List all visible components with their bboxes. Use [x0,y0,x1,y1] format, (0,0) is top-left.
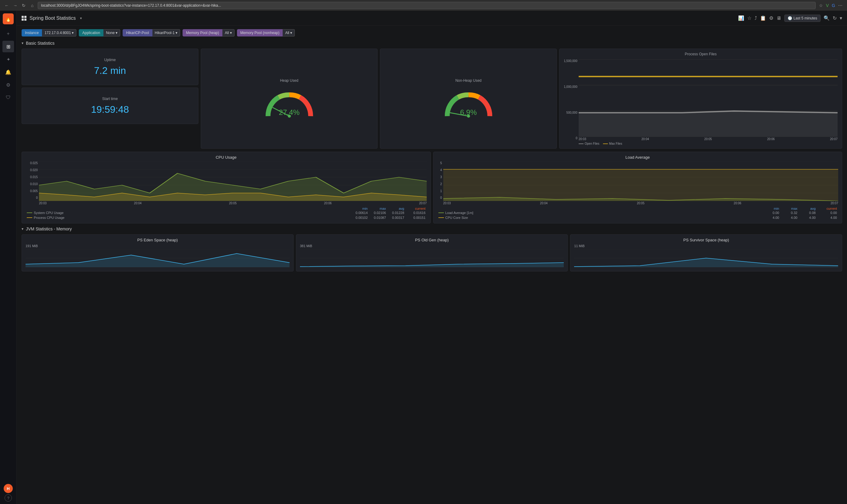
sidebar-item-settings[interactable]: ⚙ [2,79,14,91]
nav-back[interactable]: ← [4,2,10,8]
ps-eden-title: PS Eden Space (heap) [25,238,290,242]
sidebar-item-add[interactable]: + [2,28,14,39]
cpu-y-015: 0.015 [25,175,38,179]
system-cpu-avg: 0.01228 [386,211,404,215]
svg-marker-22 [443,169,839,201]
title-dropdown-arrow[interactable]: ▾ [80,16,82,20]
application-value[interactable]: None ▾ [103,29,120,36]
sidebar-item-alerts[interactable]: 🔔 [2,66,14,78]
process-cpu-label: Process CPU Usage [34,216,65,219]
top-bar: Spring Boot Statistics ▾ 📊 ☆ ⤴ 📋 ⚙ 🖥 🕐 L… [17,11,847,25]
instance-label: Instance [22,29,42,36]
grafana-logo[interactable]: 🔥 [3,13,14,24]
nav-home[interactable]: ⌂ [29,2,35,8]
load-x-2003: 20:03 [443,201,451,205]
ps-survivor-card: PS Survivor Space (heap) 11 MiB [570,234,842,271]
basic-stats-toggle[interactable]: ▾ [22,41,23,45]
main-content: Spring Boot Statistics ▾ 📊 ☆ ⤴ 📋 ⚙ 🖥 🕐 L… [17,11,847,504]
load-y-5: 5 [437,161,442,165]
load-y-1: 1 [437,190,442,193]
non-heap-title: Non-Heap Used [455,78,482,83]
browser-bar: ← → ↻ ⌂ ☆ V G ⋯ [0,0,847,11]
y-label-1500k: 1,500,000 [564,59,577,62]
star-icon[interactable]: ☆ [747,15,751,21]
extension-v-icon[interactable]: V [825,3,830,8]
extensions-icon[interactable]: ⋯ [837,3,843,8]
x-label-2005: 20:05 [704,138,712,141]
open-files-legend: Open Files [579,142,599,145]
star-icon[interactable]: ☆ [818,3,824,8]
ps-old-gen-card: PS Old Gen (heap) 381 MiB [296,234,568,271]
open-files-chart [579,59,837,137]
ps-survivor-title: PS Survivor Space (heap) [574,238,838,242]
user-avatar[interactable]: H [4,484,13,493]
load-avg-title: Load Average [437,155,839,160]
sidebar-item-shield[interactable]: 🛡 [2,92,14,103]
load-y-3: 3 [437,175,442,179]
system-cpu-min: 0.00614 [349,211,368,215]
load-average-panel: Load Average 5 4 3 2 1 0 [433,152,843,223]
load-header-min: min [761,207,779,210]
cpu-x-2003: 20:03 [39,201,47,205]
cpu-x-2007: 20:07 [419,201,427,205]
cpu-core-avg: 4.00 [797,216,816,219]
load-y-0: 0 [437,196,442,199]
ps-eden-chart [25,249,290,267]
hikaricp-value[interactable]: HikariPool-1 ▾ [152,29,180,36]
extension-g-icon[interactable]: G [831,3,836,8]
monitor-icon[interactable]: 🖥 [776,16,781,21]
cpu-x-2005: 20:05 [229,201,237,205]
clock-icon: 🕐 [788,16,792,20]
jvm-cards-row: PS Eden Space (heap) 191 MiB PS Old Gen … [22,234,842,271]
sidebar-item-explore[interactable]: ✦ [2,54,14,65]
basic-stats-header: ▾ Basic Statistics [22,41,842,46]
top-bar-right: 📊 ☆ ⤴ 📋 ⚙ 🖥 🕐 Last 5 minutes 🔍 ↻ ▾ [738,15,842,22]
process-cpu-avg: 0.00317 [386,216,404,219]
memory-nonheap-label: Memory Pool (nonheap) [237,29,283,36]
system-cpu-label: System CPU Usage [34,211,64,215]
svg-marker-6 [579,111,837,137]
load-avg-label: Load Average [1m] [445,211,473,215]
memory-heap-label: Memory Pool (heap) [183,29,222,36]
memory-nonheap-value[interactable]: All ▾ [283,29,295,36]
nav-forward[interactable]: → [12,2,18,8]
panel-icon[interactable]: 📋 [760,15,766,21]
instance-value[interactable]: 172.17.0.4:8001 ▾ [42,29,76,36]
load-avg-avg: 0.08 [797,211,816,215]
ps-survivor-chart [574,249,838,267]
sidebar: 🔥 + ⊞ ✦ 🔔 ⚙ 🛡 H ? [0,11,17,504]
jvm-stats-toggle[interactable]: ▾ [22,227,23,231]
time-range-button[interactable]: 🕐 Last 5 minutes [784,15,820,22]
max-files-legend: Max Files [603,142,622,145]
cpu-y-020: 0.020 [25,168,38,172]
search-icon[interactable]: 🔍 [824,15,830,21]
sidebar-item-dashboards[interactable]: ⊞ [2,41,14,52]
share-icon[interactable]: ⤴ [755,16,757,21]
nav-refresh[interactable]: ↻ [21,2,27,8]
ps-survivor-top-value: 11 MiB [574,244,838,248]
memory-heap-value[interactable]: All ▾ [222,29,235,36]
cpu-core-cur: 4.00 [816,216,837,219]
load-x-2004: 20:04 [540,201,548,205]
svg-marker-30 [300,263,564,267]
application-filter: Application None ▾ [79,29,120,36]
more-icon[interactable]: ▾ [840,15,842,21]
start-time-card: Start time 19:59:48 [22,88,198,124]
jvm-stats-header: ▾ JVM Statistics - Memory [22,227,842,231]
refresh-icon[interactable]: ↻ [833,15,837,21]
dashboard: Instance 172.17.0.4:8001 ▾ Application N… [17,25,847,504]
memory-heap-filter: Memory Pool (heap) All ▾ [183,29,234,36]
address-bar[interactable] [38,2,816,9]
jvm-stats-title: JVM Statistics - Memory [26,227,72,231]
sidebar-item-help[interactable]: ? [4,494,12,502]
chart-icon[interactable]: 📊 [738,15,744,21]
y-label-1000k: 1,000,000 [564,85,577,88]
load-x-2005: 20:05 [637,201,644,205]
cpu-chart-svg [39,161,427,201]
settings-icon[interactable]: ⚙ [769,15,773,21]
app-menu-icon[interactable] [22,16,27,21]
page-title: Spring Boot Statistics [30,16,76,21]
hikaricp-label: HikariCP-Pool [123,29,152,36]
browser-actions: ☆ V G ⋯ [818,3,843,8]
load-y-4: 4 [437,168,442,172]
